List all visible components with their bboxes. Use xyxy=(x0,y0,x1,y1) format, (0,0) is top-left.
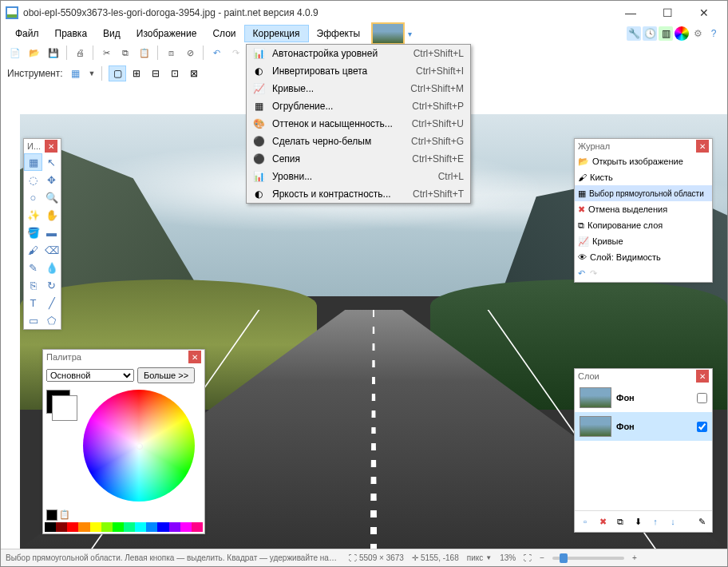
layer-properties-icon[interactable]: ✎ xyxy=(694,514,709,529)
current-tool-icon[interactable]: ▦ xyxy=(68,65,84,81)
deselect-icon[interactable]: ⊘ xyxy=(182,45,198,61)
menu-view[interactable]: Вид xyxy=(95,26,129,42)
menu-posterize[interactable]: ▦Огрубление...Ctrl+Shift+P xyxy=(247,97,470,115)
tool-ellipse-select[interactable]: ○ xyxy=(24,188,42,206)
history-item[interactable]: 📈Кривые xyxy=(575,233,712,249)
save-icon[interactable]: 💾 xyxy=(46,45,61,61)
move-up-icon[interactable]: ↑ xyxy=(648,514,663,529)
minimize-button[interactable]: — xyxy=(612,1,649,25)
selection-invert-icon[interactable]: ⊠ xyxy=(185,65,203,81)
menu-levels[interactable]: 📊Уровни...Ctrl+L xyxy=(247,168,470,185)
layer-row[interactable]: Фон xyxy=(575,383,712,412)
menu-image[interactable]: Изображение xyxy=(129,26,205,42)
menu-hue-saturation[interactable]: 🎨Оттенок и насыщенность...Ctrl+Shift+U xyxy=(247,115,470,133)
menu-auto-level[interactable]: 📊Автонастройка уровнейCtrl+Shift+L xyxy=(247,45,470,62)
undo-icon[interactable]: ↶ xyxy=(208,45,224,61)
close-button[interactable]: ✕ xyxy=(686,1,722,25)
history-item[interactable]: ✖Отмена выделения xyxy=(575,201,712,217)
history-item[interactable]: ▦Выбор прямоугольной области xyxy=(575,185,712,201)
color-wheel[interactable] xyxy=(83,390,195,502)
history-item[interactable]: 📂Открыть изображение xyxy=(575,153,712,169)
history-window-icon[interactable]: 🕓 xyxy=(643,26,657,41)
cut-icon[interactable]: ✂ xyxy=(98,45,114,61)
color-swatch[interactable] xyxy=(46,390,70,414)
duplicate-layer-icon[interactable]: ⧉ xyxy=(613,514,627,529)
document-thumbnail[interactable] xyxy=(371,22,405,45)
menu-black-white[interactable]: ⚫Сделать черно-белымCtrl+Shift+G xyxy=(247,133,470,150)
more-button[interactable]: Больше >> xyxy=(137,367,195,383)
help-icon[interactable]: ? xyxy=(706,26,721,41)
status-unit[interactable]: пикс xyxy=(467,553,484,562)
undo-icon[interactable]: ↶ xyxy=(578,268,585,279)
menu-brightness-contrast[interactable]: ◐Яркость и контрастность...Ctrl+Shift+T xyxy=(247,185,470,203)
history-item[interactable]: ⧉Копирование слоя xyxy=(575,217,712,233)
panel-close-icon[interactable]: ✕ xyxy=(696,370,709,383)
tool-move-pixels[interactable]: ✥ xyxy=(42,171,61,188)
color-mode-select[interactable]: Основной xyxy=(46,369,134,382)
new-icon[interactable]: 📄 xyxy=(7,45,23,61)
tool-move-selection[interactable]: ↖ xyxy=(42,153,61,171)
tool-text[interactable]: T xyxy=(24,294,42,311)
tool-color-picker[interactable]: 💧 xyxy=(42,259,61,276)
tool-brush[interactable]: 🖌 xyxy=(24,241,42,259)
menu-sepia[interactable]: ⚫СепияCtrl+Shift+E xyxy=(247,150,470,168)
palette-row[interactable] xyxy=(45,522,203,532)
tool-magic-wand[interactable]: ✨ xyxy=(24,206,42,224)
zoom-slider[interactable] xyxy=(552,557,624,560)
add-swatch-icon[interactable]: 📋 xyxy=(59,510,70,521)
maximize-button[interactable]: ☐ xyxy=(649,1,686,25)
redo-icon[interactable]: ↷ xyxy=(590,268,597,279)
selection-subtract-icon[interactable]: ⊟ xyxy=(147,65,164,81)
menu-adjustments[interactable]: Коррекция xyxy=(244,25,309,42)
menu-file[interactable]: Файл xyxy=(7,26,47,42)
tool-eraser[interactable]: ⌫ xyxy=(42,241,61,259)
redo-icon[interactable]: ↷ xyxy=(228,45,243,61)
swatch-black[interactable] xyxy=(46,510,57,521)
tool-dropdown-icon[interactable]: ▼ xyxy=(89,69,96,77)
tool-gradient[interactable]: ▬ xyxy=(42,224,61,241)
layers-window-icon[interactable]: ▥ xyxy=(659,26,673,41)
menu-layers[interactable]: Слои xyxy=(204,26,243,42)
crop-icon[interactable]: ⧈ xyxy=(163,45,179,61)
panel-close-icon[interactable]: ✕ xyxy=(188,351,201,363)
selection-replace-icon[interactable]: ▢ xyxy=(109,65,126,81)
menu-curves[interactable]: 📈Кривые...Ctrl+Shift+M xyxy=(247,80,470,97)
menu-invert[interactable]: ◐Инвертировать цветаCtrl+Shift+I xyxy=(247,62,470,80)
layer-visibility-checkbox[interactable] xyxy=(697,393,707,403)
panel-close-icon[interactable]: ✕ xyxy=(45,140,57,153)
tool-recolor[interactable]: ↻ xyxy=(42,276,61,294)
selection-intersect-icon[interactable]: ⊡ xyxy=(166,65,184,81)
tools-window-icon[interactable]: 🔧 xyxy=(627,26,641,41)
history-item[interactable]: 👁Слой: Видимость xyxy=(575,249,712,265)
tool-clone[interactable]: ⎘ xyxy=(24,276,42,294)
zoom-out-icon[interactable]: − xyxy=(540,553,544,562)
delete-layer-icon[interactable]: ✖ xyxy=(595,514,610,529)
menu-edit[interactable]: Правка xyxy=(47,26,96,42)
open-icon[interactable]: 📂 xyxy=(26,45,42,61)
tool-rect-select[interactable]: ▦ xyxy=(24,153,42,171)
history-item[interactable]: 🖌Кисть xyxy=(575,169,712,185)
menu-effects[interactable]: Эффекты xyxy=(309,26,369,42)
tool-pan[interactable]: ✋ xyxy=(42,206,61,224)
tool-pencil[interactable]: ✎ xyxy=(24,259,42,276)
add-layer-icon[interactable]: ▫ xyxy=(578,514,592,529)
tool-shapes[interactable]: ⬠ xyxy=(42,311,61,329)
print-icon[interactable]: 🖨 xyxy=(72,45,88,61)
move-down-icon[interactable]: ↓ xyxy=(666,514,680,529)
tool-lasso[interactable]: ◌ xyxy=(24,171,42,188)
settings-icon[interactable]: ⚙ xyxy=(690,26,705,41)
colors-window-icon[interactable] xyxy=(675,26,689,41)
tool-zoom[interactable]: 🔍 xyxy=(42,188,61,206)
tool-line[interactable]: ╱ xyxy=(42,294,61,311)
copy-icon[interactable]: ⧉ xyxy=(117,45,133,61)
paste-icon[interactable]: 📋 xyxy=(136,45,152,61)
thumbnail-dropdown-icon[interactable]: ▾ xyxy=(408,30,412,38)
layer-visibility-checkbox[interactable] xyxy=(697,422,707,432)
panel-close-icon[interactable]: ✕ xyxy=(696,140,709,153)
unit-dropdown-icon[interactable]: ▼ xyxy=(485,554,492,561)
tool-fill[interactable]: 🪣 xyxy=(24,224,42,241)
merge-down-icon[interactable]: ⬇ xyxy=(631,514,645,529)
tool-rectangle[interactable]: ▭ xyxy=(24,311,42,329)
layer-row[interactable]: Фон xyxy=(575,412,712,441)
zoom-in-icon[interactable]: + xyxy=(632,553,637,562)
